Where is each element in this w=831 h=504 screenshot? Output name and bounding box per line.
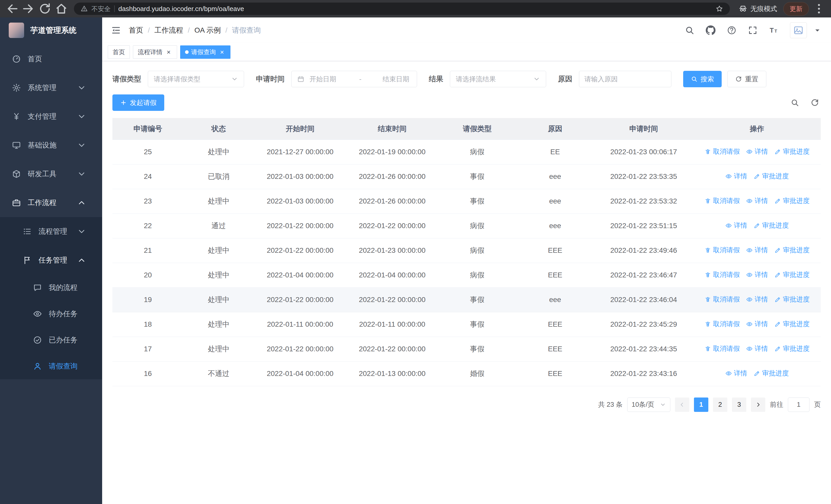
browser-update-button[interactable]: 更新 bbox=[783, 2, 809, 16]
bookmark-star-icon[interactable] bbox=[716, 5, 723, 12]
monitor-icon bbox=[12, 141, 21, 150]
browser-back-icon[interactable] bbox=[6, 2, 19, 15]
github-icon[interactable] bbox=[706, 25, 716, 35]
tab-home[interactable]: 首页 bbox=[108, 46, 130, 59]
edit-icon bbox=[774, 296, 781, 303]
sidebar-item-home[interactable]: 首页 bbox=[0, 45, 102, 73]
leave-type-select[interactable]: 请选择请假类型 bbox=[148, 71, 244, 87]
progress-action-link[interactable]: 审批进度 bbox=[774, 295, 810, 304]
progress-action-link[interactable]: 审批进度 bbox=[774, 344, 810, 353]
cell-start-time: 2022-01-22 00:00:00 bbox=[254, 213, 346, 238]
detail-action-link[interactable]: 详情 bbox=[725, 172, 747, 181]
detail-action-link[interactable]: 详情 bbox=[746, 344, 768, 353]
progress-action-link[interactable]: 审批进度 bbox=[774, 245, 810, 255]
sidebar-item-dev-tools[interactable]: 研发工具 bbox=[0, 159, 102, 188]
sidebar-item-label: 系统管理 bbox=[28, 83, 56, 93]
font-size-icon[interactable]: TT bbox=[769, 25, 779, 35]
cell-start-time: 2022-01-22 00:00:00 bbox=[254, 337, 346, 361]
detail-action-link[interactable]: 详情 bbox=[746, 295, 768, 304]
cancel-action-link[interactable]: 取消请假 bbox=[705, 147, 740, 156]
cell-status: 处理中 bbox=[183, 312, 254, 337]
sidebar-item-done-tasks[interactable]: 已办任务 bbox=[0, 327, 102, 353]
progress-action-link[interactable]: 审批进度 bbox=[753, 369, 789, 378]
detail-action-link[interactable]: 详情 bbox=[746, 147, 768, 156]
leave-type-field: 请假类型 请选择请假类型 bbox=[112, 71, 244, 87]
cell-leave-type: 病假 bbox=[438, 263, 516, 288]
reason-input[interactable] bbox=[579, 71, 671, 87]
edit-icon bbox=[753, 222, 760, 229]
progress-action-link[interactable]: 审批进度 bbox=[774, 147, 810, 156]
page-size-select[interactable]: 10条/页 bbox=[627, 397, 670, 412]
sidebar-item-task-mgmt[interactable]: 任务管理 bbox=[0, 246, 102, 274]
sidebar-item-process-mgmt[interactable]: 流程管理 bbox=[0, 217, 102, 246]
cancel-action-link[interactable]: 取消请假 bbox=[705, 245, 740, 255]
tab-close-icon[interactable]: × bbox=[219, 49, 226, 56]
sidebar-item-payment-mgmt[interactable]: 支付管理 bbox=[0, 102, 102, 131]
avatar-caret-icon[interactable] bbox=[812, 25, 822, 35]
sidebar-item-my-processes[interactable]: 我的流程 bbox=[0, 274, 102, 301]
create-leave-button[interactable]: 发起请假 bbox=[112, 94, 164, 111]
list-icon bbox=[23, 227, 32, 236]
url-text[interactable]: dashboard.yudao.iocoder.cn/bpm/oa/leave bbox=[118, 5, 244, 13]
date-range-picker[interactable]: 开始日期 - 结束日期 bbox=[291, 71, 417, 87]
flag-icon bbox=[23, 256, 32, 265]
apply-time-field: 申请时间 开始日期 - 结束日期 bbox=[256, 71, 417, 87]
browser-home-icon[interactable] bbox=[55, 2, 68, 15]
detail-action-link[interactable]: 详情 bbox=[725, 221, 747, 230]
detail-action-link[interactable]: 详情 bbox=[746, 196, 768, 205]
cancel-action-link[interactable]: 取消请假 bbox=[705, 295, 740, 304]
fullscreen-icon[interactable] bbox=[748, 25, 757, 35]
end-date-placeholder[interactable]: 结束日期 bbox=[381, 75, 411, 84]
result-select[interactable]: 请选择流结果 bbox=[450, 71, 546, 87]
sidebar-item-system-mgmt[interactable]: 系统管理 bbox=[0, 73, 102, 102]
detail-action-link[interactable]: 详情 bbox=[746, 320, 768, 328]
sidebar-item-workflow[interactable]: 工作流程 bbox=[0, 188, 102, 217]
browser-reload-icon[interactable] bbox=[38, 2, 51, 15]
tab-leave-query[interactable]: 请假查询× bbox=[180, 46, 230, 59]
address-bar[interactable]: 不安全 dashboard.yudao.iocoder.cn/bpm/oa/le… bbox=[74, 3, 730, 15]
reset-button[interactable]: 重置 bbox=[727, 71, 766, 87]
page-button-2[interactable]: 2 bbox=[713, 397, 727, 412]
breadcrumb-item[interactable]: 工作流程 bbox=[154, 25, 183, 35]
progress-action-link[interactable]: 审批进度 bbox=[774, 196, 810, 205]
prev-page-button[interactable] bbox=[675, 397, 689, 412]
detail-action-link[interactable]: 详情 bbox=[725, 369, 747, 378]
table-row: 24已取消2022-01-03 00:00:002022-01-26 00:00… bbox=[112, 164, 821, 189]
breadcrumb-item[interactable]: OA 示例 bbox=[195, 25, 221, 35]
sidebar-collapse-icon[interactable] bbox=[111, 25, 121, 35]
progress-action-link[interactable]: 审批进度 bbox=[774, 270, 810, 279]
browser-forward-icon[interactable] bbox=[22, 2, 35, 15]
refresh-table-icon[interactable] bbox=[810, 98, 819, 107]
breadcrumb-item[interactable]: 首页 bbox=[129, 25, 143, 35]
search-button[interactable]: 搜索 bbox=[683, 71, 722, 87]
next-page-button[interactable] bbox=[751, 397, 765, 412]
help-icon[interactable] bbox=[727, 25, 737, 35]
sidebar-item-leave-query[interactable]: 请假查询 bbox=[0, 353, 102, 379]
toggle-search-icon[interactable] bbox=[791, 98, 799, 107]
detail-action-link[interactable]: 详情 bbox=[746, 245, 768, 255]
sidebar-item-todo-tasks[interactable]: 待办任务 bbox=[0, 301, 102, 327]
tab-process-detail[interactable]: 流程详情× bbox=[133, 46, 177, 59]
pagination: 共 23 条 10条/页 123 前往 页 bbox=[112, 397, 821, 412]
progress-action-link[interactable]: 审批进度 bbox=[753, 221, 789, 230]
sidebar-item-infrastructure[interactable]: 基础设施 bbox=[0, 131, 102, 159]
user-avatar[interactable] bbox=[790, 22, 807, 38]
header-search-icon[interactable] bbox=[685, 25, 694, 35]
detail-action-link[interactable]: 详情 bbox=[746, 270, 768, 279]
goto-page-input[interactable] bbox=[788, 397, 809, 412]
cancel-action-link[interactable]: 取消请假 bbox=[705, 344, 740, 353]
cancel-action-link[interactable]: 取消请假 bbox=[705, 196, 740, 205]
browser-menu-icon[interactable] bbox=[812, 2, 825, 15]
progress-action-link[interactable]: 审批进度 bbox=[774, 320, 810, 328]
cancel-action-link[interactable]: 取消请假 bbox=[705, 270, 740, 279]
start-date-placeholder[interactable]: 开始日期 bbox=[310, 75, 340, 84]
tab-close-icon[interactable]: × bbox=[165, 49, 172, 56]
cancel-action-link[interactable]: 取消请假 bbox=[705, 320, 740, 328]
security-label[interactable]: 不安全 bbox=[91, 5, 111, 13]
page-button-1[interactable]: 1 bbox=[694, 397, 708, 412]
progress-action-link[interactable]: 审批进度 bbox=[753, 172, 789, 181]
page-button-3[interactable]: 3 bbox=[732, 397, 746, 412]
breadcrumb-separator: / bbox=[188, 26, 190, 34]
logo-row[interactable]: 芋道管理系统 bbox=[0, 18, 102, 43]
eye-icon bbox=[746, 271, 753, 278]
